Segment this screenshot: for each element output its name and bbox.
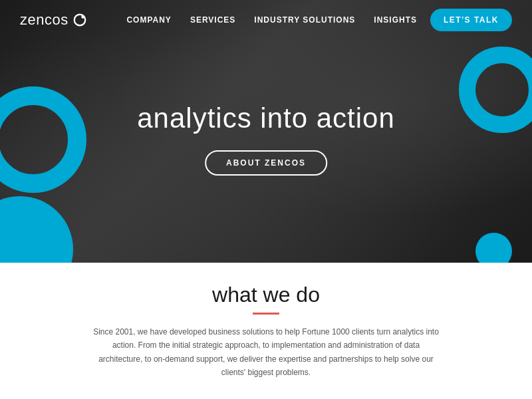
section-description: Since 2001, we have developed business s… — [93, 325, 439, 380]
svg-point-1 — [81, 15, 84, 19]
hero-title: analytics into action — [137, 102, 395, 134]
nav-link-services[interactable]: SERVICES — [190, 15, 235, 25]
nav-links: COMPANY SERVICES INDUSTRY SOLUTIONS INSI… — [126, 15, 417, 25]
section-divider — [253, 313, 279, 315]
logo-text: zencos — [20, 11, 68, 29]
logo[interactable]: zencos — [20, 11, 87, 29]
what-we-do-section: what we do Since 2001, we have developed… — [0, 263, 532, 399]
logo-icon — [72, 13, 87, 27]
hero-content: analytics into action ABOUT ZENCOS — [137, 102, 395, 176]
hero-section: zencos COMPANY SERVICES INDUSTRY SOLUTIO… — [0, 0, 532, 263]
about-zencos-button[interactable]: ABOUT ZENCOS — [205, 150, 327, 176]
nav-link-company[interactable]: COMPANY — [126, 15, 171, 25]
nav-link-insights[interactable]: INSIGHTS — [374, 15, 417, 25]
page-frame: zencos COMPANY SERVICES INDUSTRY SOLUTIO… — [0, 0, 532, 399]
navbar: zencos COMPANY SERVICES INDUSTRY SOLUTIO… — [0, 0, 532, 40]
nav-link-industry-solutions[interactable]: INDUSTRY SOLUTIONS — [254, 15, 355, 25]
lets-talk-button[interactable]: LET'S TALK — [430, 9, 512, 31]
section-title: what we do — [53, 283, 479, 307]
